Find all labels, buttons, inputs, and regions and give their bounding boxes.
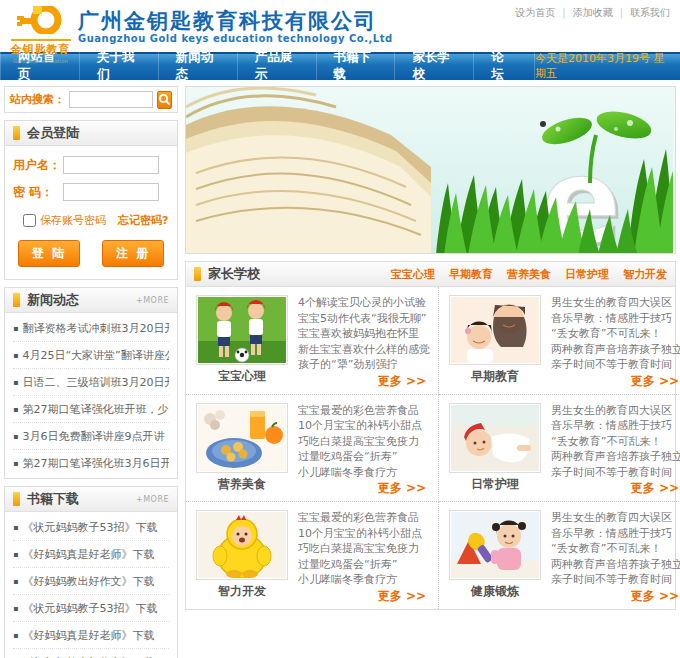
- school-blocks: 宝宝心理 4个解读宝贝心灵的小试验 宝宝5动作代表“我很无聊” 宝宝喜欢被妈妈抱…: [186, 287, 675, 609]
- nav-item-parent-school[interactable]: 家长学校: [395, 52, 474, 80]
- search-input[interactable]: [69, 91, 153, 108]
- article-link[interactable]: 宝宝5动作代表“我很无聊”: [298, 311, 430, 327]
- news-panel-header: 新闻动态 +MORE: [5, 288, 177, 313]
- school-block-daily-care: 日常护理 男生女生的教育四大误区 音乐早教：情感胜于技巧 “丢女教育”不可乱来！…: [439, 395, 680, 503]
- category-intelligence[interactable]: 智力开发: [623, 267, 667, 282]
- article-link[interactable]: “丢女教育”不可乱来！: [551, 434, 680, 450]
- books-more-link[interactable]: +MORE: [136, 495, 169, 504]
- username-field[interactable]: [63, 156, 159, 174]
- book-item[interactable]: 《好妈妈真是好老师》下载: [13, 622, 169, 649]
- news-item[interactable]: 4月25日“大家讲堂”翻译讲座公告: [13, 342, 169, 369]
- login-title: 会员登陆: [27, 124, 79, 142]
- article-link[interactable]: 孩子的“犟”劲别强拧: [298, 357, 430, 373]
- more-link[interactable]: 更多 >>: [631, 373, 680, 390]
- article-link[interactable]: 男生女生的教育四大误区: [551, 510, 680, 526]
- search-button[interactable]: [157, 91, 172, 109]
- article-link[interactable]: “丢女教育”不可乱来！: [551, 541, 680, 557]
- logo-text-en: Gold keys education: [13, 57, 68, 63]
- book-item[interactable]: 《状元妈妈教子53招》下载: [13, 595, 169, 622]
- article-link[interactable]: 过量吃鸡蛋会“折寿”: [298, 449, 430, 465]
- block-caption[interactable]: 健康锻炼: [471, 583, 519, 600]
- article-link[interactable]: 音乐早教：情感胜于技巧: [551, 311, 680, 327]
- top-link-set-homepage[interactable]: 设为首页: [515, 6, 555, 20]
- article-link[interactable]: 宝宝喜欢被妈妈抱在怀里: [298, 326, 430, 342]
- article-link[interactable]: “丢女教育”不可乱来！: [551, 326, 680, 342]
- site-search: 站内搜索：: [4, 86, 178, 113]
- article-link[interactable]: 巧吃白菜提高宝宝免疫力: [298, 434, 430, 450]
- company-title: 广州金钥匙教育科技有限公司 Guangzhou Gold keys educat…: [78, 9, 393, 44]
- article-link[interactable]: 宝宝最爱的彩色营养食品: [298, 510, 430, 526]
- article-link[interactable]: 亲子时间不等于教育时间: [551, 465, 680, 481]
- article-link[interactable]: 小儿哮喘冬季食疗方: [298, 572, 430, 588]
- nav-item-products[interactable]: 产品展示: [238, 52, 317, 80]
- photo-baby-psychology[interactable]: [196, 295, 288, 365]
- article-link[interactable]: 两种教育声音培养孩子独立: [551, 557, 680, 573]
- category-early-education[interactable]: 早期教育: [449, 267, 493, 282]
- more-link[interactable]: 更多 >>: [378, 373, 430, 390]
- category-baby-psychology[interactable]: 宝宝心理: [391, 267, 435, 282]
- block-caption[interactable]: 宝宝心理: [218, 368, 266, 385]
- article-link[interactable]: 4个解读宝贝心灵的小试验: [298, 295, 430, 311]
- nav-item-forum[interactable]: 论 坛: [474, 52, 535, 80]
- news-item[interactable]: 第27期口笔译强化班开班，少量名额插班: [13, 396, 169, 423]
- top-link-contact-us[interactable]: 联系我们: [613, 6, 670, 20]
- news-item[interactable]: 第27期口笔译强化班3月6日开课: [13, 450, 169, 476]
- article-link[interactable]: 音乐早教：情感胜于技巧: [551, 418, 680, 434]
- school-block-intelligence: 智力开发 宝宝最爱的彩色营养食品 10个月宝宝的补钙小甜点 巧吃白菜提高宝宝免疫…: [186, 502, 439, 609]
- news-item[interactable]: 3月6日免费翻译讲座9点开讲: [13, 423, 169, 450]
- magnifier-icon: [158, 93, 171, 106]
- photo-early-education[interactable]: [449, 295, 541, 365]
- main-nav: 网站首页 关于我们 新闻动态 产品展示 书籍下载 家长学校 论 坛 今天是201…: [0, 52, 680, 80]
- top-links: 设为首页 添加收藏 联系我们: [515, 6, 670, 20]
- category-nutrition-food[interactable]: 营养美食: [507, 267, 551, 282]
- password-field[interactable]: [63, 183, 159, 201]
- article-link[interactable]: 过量吃鸡蛋会“折寿”: [298, 557, 430, 573]
- article-link[interactable]: 两种教育声音培养孩子独立: [551, 342, 680, 358]
- main-area: 站内搜索： 会员登陆 用户名：: [0, 80, 680, 658]
- remember-checkbox[interactable]: [23, 214, 36, 227]
- photo-intelligence[interactable]: [196, 510, 288, 580]
- article-link[interactable]: 男生女生的教育四大误区: [551, 295, 680, 311]
- article-link[interactable]: 小儿哮喘冬季食疗方: [298, 465, 430, 481]
- forgot-password-link[interactable]: 忘记密码?: [118, 213, 168, 228]
- nav-item-about[interactable]: 关于我们: [80, 52, 159, 80]
- nav-item-news[interactable]: 新闻动态: [159, 52, 238, 80]
- top-link-add-favorite[interactable]: 添加收藏: [555, 6, 612, 20]
- article-link[interactable]: 男生女生的教育四大误区: [551, 403, 680, 419]
- more-link[interactable]: 更多 >>: [631, 480, 680, 497]
- article-link[interactable]: 亲子时间不等于教育时间: [551, 572, 680, 588]
- article-link[interactable]: 两种教育声音培养孩子独立: [551, 449, 680, 465]
- article-link[interactable]: 新生宝宝喜欢什么样的感觉: [298, 342, 430, 358]
- photo-nutrition-food[interactable]: [196, 403, 288, 473]
- more-link[interactable]: 更多 >>: [378, 480, 430, 497]
- photo-health-exercise[interactable]: [449, 510, 541, 580]
- nav-item-books[interactable]: 书籍下载: [317, 52, 396, 80]
- sidebar: 站内搜索： 会员登陆 用户名：: [4, 86, 178, 658]
- category-daily-care[interactable]: 日常护理: [565, 267, 609, 282]
- book-item[interactable]: 《好妈妈教出好作文》下载: [13, 568, 169, 595]
- news-more-link[interactable]: +MORE: [136, 296, 169, 305]
- more-link[interactable]: 更多 >>: [631, 588, 680, 605]
- news-list: 翻译资格考试冲刺班3月20日开课 4月25日“大家讲堂”翻译讲座公告 日语二、三…: [5, 313, 177, 478]
- login-panel: 会员登陆 用户名： 密 码： 保存账号密码 忘记密码?: [4, 120, 178, 280]
- register-button[interactable]: 注 册: [102, 240, 164, 267]
- block-caption[interactable]: 智力开发: [218, 583, 266, 600]
- news-item[interactable]: 翻译资格考试冲刺班3月20日开课: [13, 315, 169, 342]
- block-caption[interactable]: 早期教育: [471, 368, 519, 385]
- article-link[interactable]: 亲子时间不等于教育时间: [551, 357, 680, 373]
- article-link[interactable]: 音乐早教：情感胜于技巧: [551, 526, 680, 542]
- photo-daily-care[interactable]: [449, 403, 541, 473]
- book-item[interactable]: 《好妈妈教出好作文》下载: [13, 649, 169, 658]
- block-caption[interactable]: 营养美食: [218, 476, 266, 493]
- article-link[interactable]: 10个月宝宝的补钙小甜点: [298, 526, 430, 542]
- article-link[interactable]: 10个月宝宝的补钙小甜点: [298, 418, 430, 434]
- block-caption[interactable]: 日常护理: [471, 476, 519, 493]
- article-link[interactable]: 巧吃白菜提高宝宝免疫力: [298, 541, 430, 557]
- login-button[interactable]: 登 陆: [18, 240, 80, 267]
- book-item[interactable]: 《好妈妈真是好老师》下载: [13, 541, 169, 568]
- more-link[interactable]: 更多 >>: [378, 588, 430, 605]
- school-block-health-exercise: 健康锻炼 男生女生的教育四大误区 音乐早教：情感胜于技巧 “丢女教育”不可乱来！…: [439, 502, 680, 609]
- article-link[interactable]: 宝宝最爱的彩色营养食品: [298, 403, 430, 419]
- news-item[interactable]: 日语二、三级培训班3月20日开课: [13, 369, 169, 396]
- book-item[interactable]: 《状元妈妈教子53招》下载: [13, 514, 169, 541]
